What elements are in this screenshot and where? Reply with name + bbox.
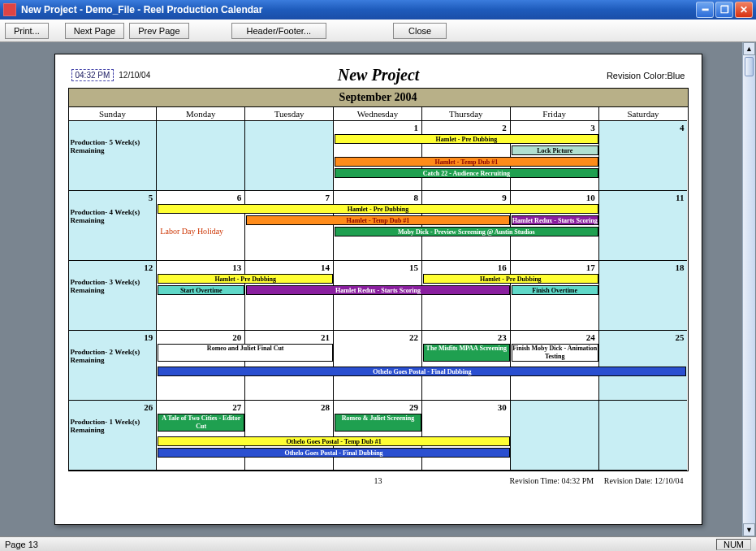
calendar-day-cell: 26Production- 1 Week(s) Remaining <box>69 401 158 471</box>
calendar-day-cell: 16 <box>422 261 511 331</box>
event-bar: Hamlet Redux - Starts Scoring <box>512 215 598 225</box>
calendar-day-cell: 1 <box>334 121 422 191</box>
maximize-button[interactable]: ❐ <box>715 2 733 18</box>
event-bar: Hamlet - Temp Dub #1 <box>335 157 598 167</box>
calendar-day-cell <box>245 121 334 191</box>
calendar-day-cell: 22 <box>334 331 422 401</box>
week-label: Production- 1 Week(s) Remaining <box>71 419 157 435</box>
event-bar: Hamlet - Temp Dub #1 <box>246 215 510 225</box>
day-number: 27 <box>232 402 241 412</box>
calendar-week: 26Production- 1 Week(s) Remaining2728293… <box>69 401 688 471</box>
toolbar: Print... Next Page Prev Page Header/Foot… <box>0 20 756 42</box>
event-bar: Catch 22 - Audience Recruiting <box>335 168 598 178</box>
calendar-day-cell: 4 <box>599 121 688 191</box>
holiday-label: Labor Day Holiday <box>160 227 223 236</box>
calendar: September 2004 SundayMondayTuesdayWednes… <box>68 88 689 471</box>
calendar-day-cell: 24 <box>511 331 599 401</box>
day-number: 18 <box>675 262 684 272</box>
event-bar: Lock Picture <box>512 145 598 155</box>
vertical-scrollbar[interactable]: ▲ ▼ <box>742 42 755 536</box>
print-button[interactable]: Print... <box>5 23 49 39</box>
calendar-day-cell: 27 <box>157 401 245 471</box>
calendar-day-cell: 20 <box>157 331 245 401</box>
scroll-thumb[interactable] <box>745 57 754 76</box>
calendar-day-cell: Production- 5 Week(s) Remaining <box>69 121 158 191</box>
scroll-down-icon[interactable]: ▼ <box>743 523 755 536</box>
calendar-week: 19Production- 2 Week(s) Remaining2021222… <box>69 331 688 401</box>
event-bar: Hamlet - Pre Dubbing <box>335 134 598 144</box>
revision-color-label: Revision Color:Blue <box>607 71 685 80</box>
day-number: 24 <box>586 332 595 342</box>
document-header: 04:32 PM 12/10/04 New Project Revision C… <box>68 64 689 88</box>
status-num: NUM <box>716 539 751 550</box>
event-bar: Romeo and Juliet Final Cut <box>158 344 333 362</box>
week-label: Production- 3 Week(s) Remaining <box>71 279 157 295</box>
calendar-month-title: September 2004 <box>69 89 688 107</box>
event-bar: Hamlet - Pre Dubbing <box>158 204 598 214</box>
calendar-day-cell: 12Production- 3 Week(s) Remaining <box>69 261 158 331</box>
day-number: 10 <box>586 193 595 202</box>
calendar-day-header: Wednesday <box>334 107 422 121</box>
calendar-day-cell: 9 <box>422 191 511 261</box>
day-number: 19 <box>144 332 153 342</box>
event-bar: Othelo Goes Postal - Final Dubbing <box>158 367 686 376</box>
event-bar: Moby Dick - Preview Screening @ Austin S… <box>335 227 598 236</box>
day-number: 3 <box>590 123 595 132</box>
calendar-day-header: Tuesday <box>245 107 334 121</box>
calendar-day-cell: 21 <box>245 331 334 401</box>
calendar-week: 5Production- 4 Week(s) Remaining6Labor D… <box>69 191 688 261</box>
day-number: 4 <box>680 123 685 132</box>
calendar-day-header: Monday <box>157 107 245 121</box>
day-number: 11 <box>676 193 684 202</box>
day-number: 23 <box>498 332 507 342</box>
event-bar: Hamlet - Pre Dubbing <box>158 274 333 284</box>
calendar-day-header: Saturday <box>599 107 688 121</box>
day-number: 25 <box>675 332 684 342</box>
prev-page-button[interactable]: Prev Page <box>129 23 188 39</box>
calendar-day-cell: 7 <box>245 191 334 261</box>
day-number: 28 <box>321 402 330 412</box>
calendar-day-header: Sunday <box>69 107 158 121</box>
calendar-day-cell <box>157 121 245 191</box>
day-number: 16 <box>498 262 507 272</box>
close-window-button[interactable]: ✕ <box>735 2 753 18</box>
calendar-day-cell: 19Production- 2 Week(s) Remaining <box>69 331 158 401</box>
calendar-day-header: Thursday <box>422 107 511 121</box>
calendar-day-cell <box>511 401 599 471</box>
scroll-up-icon[interactable]: ▲ <box>743 42 755 55</box>
status-page: Page 13 <box>5 540 38 549</box>
calendar-day-cell: 30 <box>422 401 511 471</box>
calendar-day-cell: 15 <box>334 261 422 331</box>
app-icon <box>3 3 16 16</box>
day-number: 2 <box>502 123 507 132</box>
event-bar: The Misfits MPAA Screening <box>423 344 510 362</box>
calendar-day-cell: 6Labor Day Holiday <box>157 191 245 261</box>
day-number: 14 <box>321 262 330 272</box>
calendar-week: Production- 5 Week(s) Remaining1234Hamle… <box>69 121 688 191</box>
week-label: Production- 5 Week(s) Remaining <box>71 139 157 155</box>
day-number: 8 <box>413 193 418 202</box>
day-number: 12 <box>144 262 153 272</box>
page-number: 13 <box>374 476 382 485</box>
calendar-day-cell: 11 <box>599 191 688 261</box>
day-number: 6 <box>237 193 242 202</box>
revision-date: Revision Date: 12/10/04 <box>604 476 684 485</box>
calendar-day-header: Friday <box>511 107 599 121</box>
event-bar: Hamlet - Pre Dubbing <box>423 274 598 284</box>
event-bar: Romeo & Juliet Screening <box>335 414 421 432</box>
day-number: 30 <box>498 402 507 412</box>
report-page: 04:32 PM 12/10/04 New Project Revision C… <box>54 54 702 525</box>
day-number: 13 <box>232 262 241 272</box>
header-date: 12/10/04 <box>119 71 150 80</box>
header-footer-button[interactable]: Header/Footer... <box>231 23 327 39</box>
window-title: New Project - Demo_File - Reel Productio… <box>21 4 694 15</box>
event-bar: Finish Moby Dick - Animation Testing <box>512 344 598 362</box>
calendar-day-cell: 23 <box>422 331 511 401</box>
calendar-day-cell: 18 <box>599 261 688 331</box>
next-page-button[interactable]: Next Page <box>65 23 124 39</box>
day-number: 29 <box>409 402 418 412</box>
document-title: New Project <box>150 66 607 85</box>
minimize-button[interactable]: ━ <box>696 2 714 18</box>
calendar-day-cell: 10 <box>511 191 599 261</box>
close-preview-button[interactable]: Close <box>393 23 447 39</box>
